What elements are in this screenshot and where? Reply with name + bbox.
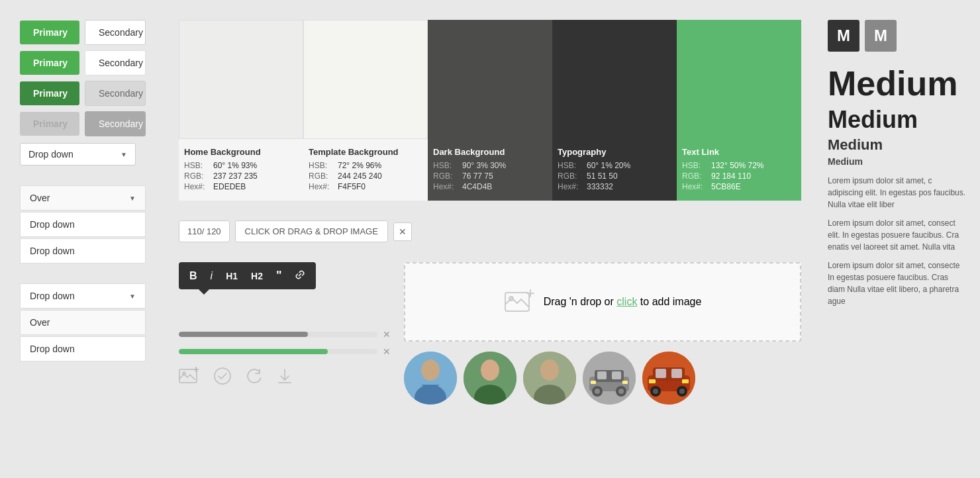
progress-section: ✕ ✕ — [179, 329, 391, 357]
italic-button[interactable]: i — [208, 269, 216, 283]
hex-label: Hex#: — [433, 182, 460, 191]
swatch-color-template — [303, 20, 428, 139]
link-icon — [295, 269, 305, 280]
list-item-dropdown-2[interactable]: Drop down — [20, 238, 146, 263]
svg-rect-28 — [591, 381, 596, 384]
h1-button[interactable]: H1 — [223, 269, 240, 283]
click-to-add-link[interactable]: click — [616, 296, 637, 307]
list-item-dropdown-4[interactable]: Drop down — [20, 336, 146, 361]
hex-value: F4F5F0 — [338, 182, 366, 191]
chevron-down-icon-2: ▼ — [129, 195, 136, 202]
image-add-svg — [179, 367, 200, 385]
editor-section: 110/ 120 CLICK OR DRAG & DROP IMAGE ✕ B … — [179, 220, 801, 405]
type-body-3: Lorem ipsum dolor sit amet, consecte In … — [828, 260, 967, 307]
primary-button-4: Primary — [20, 112, 79, 136]
add-image-icon[interactable] — [179, 367, 200, 385]
swatch-color-textlink — [677, 20, 801, 139]
link-button[interactable] — [292, 268, 308, 284]
chevron-down-icon-3: ▼ — [129, 293, 136, 300]
secondary-button-3[interactable]: Secondary — [85, 81, 146, 106]
secondary-button-2[interactable]: Secondary — [85, 50, 146, 75]
image-tools-row — [179, 367, 391, 385]
gallery-thumb-2[interactable] — [464, 352, 516, 405]
dropdown-select[interactable]: Drop down ▼ — [20, 143, 136, 166]
image-drop-zone[interactable]: Drag 'n drop or click to add image — [404, 262, 801, 342]
hex-value: 4C4D4B — [462, 182, 492, 191]
primary-button-2[interactable]: Primary — [20, 51, 79, 75]
person2-svg — [464, 352, 516, 405]
rgb-value: 244 245 240 — [338, 171, 382, 181]
upload-row: 110/ 120 CLICK OR DRAG & DROP IMAGE ✕ — [179, 220, 801, 242]
progress-bar-gray — [179, 332, 377, 337]
progress-close-1[interactable]: ✕ — [383, 329, 391, 340]
type-body-2: Lorem ipsum dolor sit amet, consect elit… — [828, 217, 967, 253]
list-item-label: Over — [30, 317, 50, 328]
hsb-value: 132° 50% 72% — [711, 161, 764, 170]
hex-value: 333332 — [587, 182, 613, 191]
hex-label: Hex#: — [309, 182, 335, 191]
check-circle-icon[interactable] — [213, 367, 232, 385]
rgb-label: RGB: — [309, 171, 335, 181]
gallery-thumb-4[interactable] — [583, 352, 636, 405]
bold-button[interactable]: B — [187, 269, 200, 283]
gallery-thumb-1[interactable] — [404, 352, 457, 405]
swatch-color-dark — [428, 20, 552, 139]
progress-bar-green — [179, 349, 377, 354]
h2-button[interactable]: H2 — [248, 269, 266, 283]
left-panel: Primary Secondary Primary Secondary Prim… — [0, 0, 166, 478]
car1-svg — [583, 352, 636, 405]
swatch-template-background: Template Background HSB:72° 2% 96% RGB:2… — [303, 20, 428, 201]
type-heading-md: Medium — [828, 136, 967, 154]
svg-point-14 — [481, 359, 499, 381]
rgb-label: RGB: — [433, 171, 460, 181]
upload-button[interactable]: CLICK OR DRAG & DROP IMAGE — [235, 220, 388, 242]
button-row-3: Primary Secondary — [20, 81, 146, 106]
quote-button[interactable]: " — [273, 267, 285, 284]
rgb-value: 237 237 235 — [213, 171, 258, 181]
swatch-typography: Typography HSB:60° 1% 20% RGB:51 51 50 H… — [552, 20, 677, 201]
list-item-label: Drop down — [30, 291, 75, 301]
swatch-title: Typography — [558, 147, 671, 157]
list-item-over-1[interactable]: Over ▼ — [20, 185, 146, 211]
svg-point-38 — [679, 389, 685, 394]
primary-button-3[interactable]: Primary — [20, 81, 79, 105]
format-toolbar: B i H1 H2 " — [179, 262, 316, 289]
rgb-value: 51 51 50 — [587, 171, 618, 181]
svg-point-17 — [540, 359, 559, 381]
rgb-value: 92 184 110 — [711, 171, 751, 181]
secondary-button-4[interactable]: Secondary — [85, 111, 146, 136]
secondary-button-1[interactable]: Secondary — [85, 20, 146, 45]
hex-label: Hex#: — [558, 182, 584, 191]
download-icon[interactable] — [277, 367, 293, 385]
image-gallery — [404, 352, 801, 405]
upload-close-button[interactable]: ✕ — [393, 222, 412, 241]
refresh-icon[interactable] — [245, 367, 264, 385]
svg-point-25 — [595, 389, 600, 394]
svg-rect-40 — [682, 379, 689, 383]
progress-fill-green — [179, 349, 328, 354]
type-heading-sm: Medium — [828, 156, 967, 167]
svg-rect-22 — [597, 371, 607, 379]
list-item-dropdown-1[interactable]: Drop down — [20, 212, 146, 237]
check-svg — [213, 367, 232, 385]
list-item-label: Drop down — [30, 246, 75, 256]
gallery-thumb-5[interactable] — [642, 352, 695, 405]
svg-rect-29 — [622, 381, 628, 384]
list-item-label: Drop down — [30, 344, 75, 354]
gallery-thumb-3[interactable] — [523, 352, 576, 405]
hsb-label: HSB: — [682, 161, 709, 170]
swatch-info-template: Template Background HSB:72° 2% 96% RGB:2… — [303, 139, 428, 201]
dropdown-list-2: Drop down ▼ Over Drop down — [20, 283, 146, 361]
download-svg — [277, 367, 293, 385]
primary-button-1[interactable]: Primary — [20, 21, 79, 44]
progress-close-2[interactable]: ✕ — [383, 346, 391, 357]
dropdown-label: Drop down — [28, 149, 74, 160]
list-item-over-2[interactable]: Over — [20, 310, 146, 335]
hex-value: 5CB86E — [711, 182, 741, 191]
hex-label: Hex#: — [682, 182, 709, 191]
hsb-label: HSB: — [309, 161, 335, 170]
list-item-label: Over — [30, 193, 50, 203]
medium-badge-gray: M — [865, 20, 897, 52]
list-item-dropdown-3[interactable]: Drop down ▼ — [20, 283, 146, 309]
swatch-home-background: Home Background HSB:60° 1% 93% RGB:237 2… — [179, 20, 303, 201]
